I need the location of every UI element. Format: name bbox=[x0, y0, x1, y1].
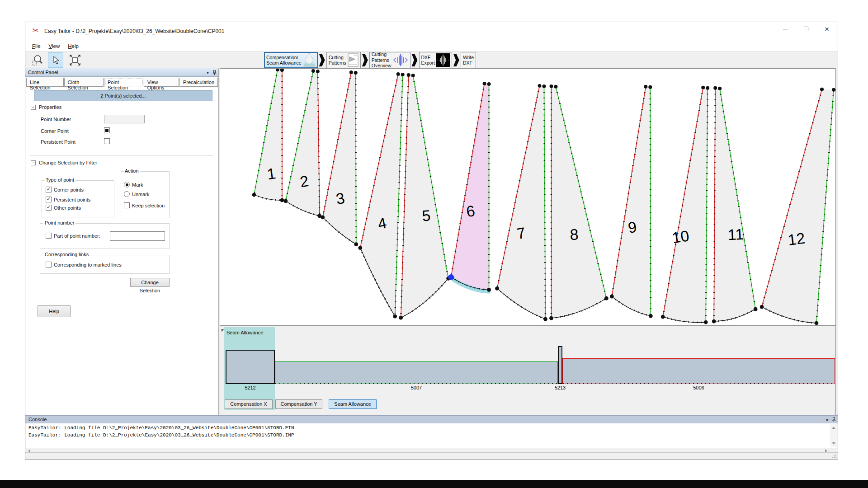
point-number-field[interactable] bbox=[104, 115, 145, 123]
corner-point[interactable] bbox=[358, 246, 362, 250]
workflow-label: Write DXF bbox=[463, 55, 474, 66]
zoom-tool-button[interactable] bbox=[29, 52, 46, 68]
tab-cloth-selection[interactable]: Cloth Selection bbox=[64, 78, 104, 87]
selected-point[interactable] bbox=[448, 274, 454, 280]
corner-point[interactable] bbox=[321, 215, 325, 219]
workflow-cutting-patterns[interactable]: Cutting Patterns bbox=[326, 52, 361, 68]
pattern-panel-11[interactable]: 11 bbox=[712, 86, 758, 324]
unmark-radio[interactable] bbox=[124, 191, 130, 197]
console-vertical-scrollbar[interactable] bbox=[830, 424, 837, 447]
fit-view-tool-button[interactable] bbox=[67, 52, 83, 68]
persistent-points-checkbox[interactable] bbox=[46, 197, 52, 202]
corner-point[interactable] bbox=[283, 199, 288, 203]
corner-point[interactable] bbox=[252, 193, 256, 197]
corner-point[interactable] bbox=[610, 295, 614, 299]
pattern-panel-5[interactable]: 5 bbox=[399, 73, 450, 319]
menu-view[interactable]: View bbox=[45, 42, 64, 50]
type-of-point-legend: Type of point bbox=[44, 177, 75, 183]
workflow-cutting-patterns-overview[interactable]: Cutting Patterns Overview bbox=[369, 52, 410, 68]
close-icon: × bbox=[825, 25, 829, 33]
panel-number: 5 bbox=[421, 206, 431, 224]
pattern-panel-4[interactable]: 4 bbox=[358, 72, 404, 318]
window-title: Easy Tailor - D:\2_Projekte\Easy\2020\03… bbox=[44, 28, 224, 34]
corner-point[interactable] bbox=[760, 305, 764, 309]
chevron-down-icon[interactable]: ▾ bbox=[826, 416, 828, 424]
scroll-up-icon[interactable] bbox=[832, 427, 835, 429]
console-line: EasyTailor: Loading file D:\2_Projekte\E… bbox=[28, 432, 294, 438]
resize-grip[interactable] bbox=[835, 457, 836, 458]
menu-file[interactable]: File bbox=[28, 42, 45, 50]
point-number-filter-field[interactable] bbox=[110, 231, 165, 241]
pattern-canvas[interactable]: 123456789101112 bbox=[220, 68, 836, 326]
minimize-button[interactable] bbox=[775, 22, 796, 36]
pattern-panel-12[interactable]: 12 bbox=[760, 88, 835, 325]
workflow-label: Compensation/ Seam Allowance bbox=[266, 55, 302, 66]
corresponding-to-marked-lines-checkbox[interactable] bbox=[46, 262, 52, 267]
pattern-panel-6[interactable]: 6 bbox=[448, 82, 491, 292]
pattern-panel-3[interactable]: 3 bbox=[321, 70, 358, 246]
pattern-panel-2[interactable]: 2 bbox=[283, 69, 321, 218]
collapse-icon[interactable]: − bbox=[31, 105, 36, 110]
workflow-compensation-seam-allowance[interactable]: Compensation/ Seam Allowance bbox=[264, 52, 318, 68]
seam-bar-5212[interactable] bbox=[226, 350, 275, 384]
title-bar[interactable]: ✂ Easy Tailor - D:\2_Projekte\Easy\2020\… bbox=[25, 22, 838, 41]
workflow-write-dxf[interactable]: Write DXF bbox=[461, 52, 476, 68]
pattern-panel-10[interactable]: 10 bbox=[661, 86, 709, 324]
corner-point[interactable] bbox=[495, 286, 499, 291]
workflow-dxf-export[interactable]: DXF Export bbox=[419, 52, 452, 68]
corner-point[interactable] bbox=[549, 316, 553, 320]
menu-bar: File View Help bbox=[25, 41, 838, 51]
pattern-panel-7[interactable]: 7 bbox=[495, 84, 547, 321]
part-of-point-number-checkbox[interactable] bbox=[46, 233, 52, 239]
mark-radio[interactable] bbox=[124, 182, 130, 188]
persistent-point-label: Persistent Point bbox=[41, 139, 75, 145]
tab-line-selection[interactable]: Line Selection bbox=[26, 78, 64, 87]
tab-precalculation[interactable]: Precalculation bbox=[179, 78, 218, 87]
maximize-button[interactable] bbox=[796, 22, 816, 36]
collapse-icon[interactable]: − bbox=[31, 160, 36, 165]
help-button[interactable]: Help bbox=[38, 305, 71, 317]
persistent-point-checkbox[interactable] bbox=[104, 138, 110, 144]
close-button[interactable]: × bbox=[816, 22, 837, 36]
tab-point-selection[interactable]: Point Selection bbox=[104, 78, 143, 87]
corner-point-label: Corner Point bbox=[41, 128, 69, 134]
unmark-label: Unmark bbox=[132, 192, 150, 197]
seam-allowance-title: Seam Allowance bbox=[226, 330, 263, 335]
corner-point[interactable] bbox=[399, 316, 403, 320]
corner-point[interactable] bbox=[661, 315, 665, 319]
tab-seam-allowance[interactable]: Seam Allowance bbox=[329, 399, 377, 409]
scroll-down-icon[interactable] bbox=[832, 442, 835, 445]
control-panel-header[interactable]: Control Panel ▾ bbox=[25, 68, 218, 77]
pin-icon[interactable] bbox=[212, 70, 217, 75]
corner-points-label: Corner points bbox=[54, 187, 84, 192]
properties-section-header: Properties bbox=[39, 104, 61, 110]
pin-icon[interactable] bbox=[832, 417, 836, 422]
console-output[interactable]: EasyTailor: Loading file D:\2_Projekte\E… bbox=[26, 423, 837, 448]
keep-selection-checkbox[interactable] bbox=[124, 202, 130, 208]
change-selection-button[interactable]: Change Selection bbox=[130, 278, 170, 287]
tab-compensation-y[interactable]: Compensation Y bbox=[275, 399, 322, 409]
tab-compensation-x[interactable]: Compensation X bbox=[225, 399, 273, 409]
pattern-drawing[interactable]: 123456789101112 bbox=[220, 69, 835, 325]
seam-bar-5006[interactable] bbox=[562, 358, 835, 384]
point-ticks bbox=[563, 383, 835, 384]
menu-help[interactable]: Help bbox=[64, 42, 83, 50]
select-tool-button[interactable] bbox=[48, 52, 63, 68]
pattern-panel-1[interactable]: 1 bbox=[252, 69, 284, 202]
other-points-checkbox[interactable] bbox=[46, 205, 52, 211]
compensation-panel-icon bbox=[303, 53, 316, 67]
console-header[interactable]: Console ▾ bbox=[25, 415, 838, 423]
corner-points-checkbox[interactable] bbox=[46, 187, 52, 192]
part-of-point-number-label: Part of point number: bbox=[54, 233, 100, 239]
scissors-app-icon: ✂ bbox=[33, 26, 38, 35]
tab-view-options[interactable]: View Options bbox=[144, 78, 179, 87]
pattern-panel-8[interactable]: 8 bbox=[549, 84, 609, 320]
seam-bar-5213[interactable] bbox=[558, 346, 562, 384]
chevron-down-icon[interactable]: ▾ bbox=[207, 68, 209, 77]
pattern-panel-9[interactable]: 9 bbox=[610, 85, 653, 318]
seam-bar-5007[interactable] bbox=[275, 361, 558, 384]
corner-point[interactable] bbox=[712, 319, 716, 324]
corner-point-checkbox[interactable] bbox=[104, 127, 110, 133]
dxf-export-icon bbox=[436, 53, 450, 67]
control-panel-title: Control Panel bbox=[28, 70, 58, 75]
